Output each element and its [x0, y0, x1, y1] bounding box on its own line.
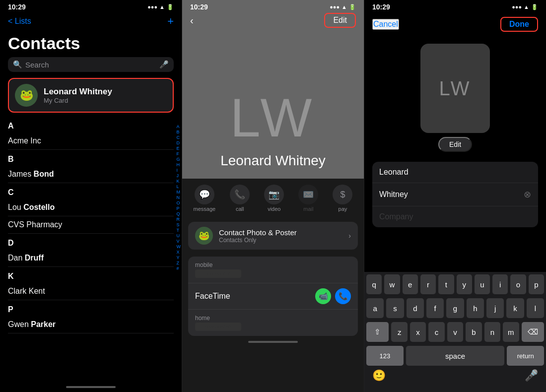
lists-back-button[interactable]: < Lists [8, 17, 31, 26]
key-j[interactable]: j [486, 298, 504, 318]
key-m[interactable]: m [503, 322, 519, 342]
clear-last-name-button[interactable]: ⊗ [524, 189, 531, 200]
key-z[interactable]: z [391, 322, 407, 342]
last-name-field[interactable]: ⊗ [372, 183, 538, 206]
time-3: 10:29 [372, 3, 390, 11]
contact-photo-poster[interactable]: 🐸 Contact Photo & Poster Contacts Only › [188, 222, 358, 250]
my-card-subtitle: My Card [44, 97, 112, 104]
company-field[interactable] [372, 206, 538, 227]
facetime-phone-icon[interactable]: 📞 [335, 288, 351, 304]
contact-hero: ‹ Edit LW Leonard Whitney [182, 0, 364, 179]
my-card[interactable]: 🐸 Leonard Whitney My Card [8, 78, 174, 113]
video-button[interactable]: 📷 video [264, 185, 284, 212]
status-bar-1: 10:29 ●●● ▲ 🔋 [0, 0, 182, 13]
first-name-field[interactable] [372, 162, 538, 183]
alpha-index: A B C D E F G H I J K L M N O P Q R S T … [177, 124, 181, 271]
key-d[interactable]: d [407, 298, 424, 318]
edit-photo-button[interactable]: Edit [438, 137, 472, 152]
home-indicator-1 [66, 386, 116, 388]
return-key[interactable]: return [507, 346, 544, 366]
message-button[interactable]: 💬 message [194, 185, 216, 212]
shift-key[interactable]: ⇧ [366, 322, 389, 342]
key-n[interactable]: n [484, 322, 500, 342]
key-s[interactable]: s [386, 298, 404, 318]
contacts-list: A Acme Inc B James Bond C Lou Costello C… [0, 117, 182, 384]
detail-nav: ‹ Edit [182, 13, 364, 28]
page-title: Contacts [0, 32, 182, 57]
cancel-button[interactable]: Cancel [372, 19, 399, 30]
mobile-section: mobile •••••••••• FaceTime 📹 📞 home ••••… [188, 257, 358, 336]
first-name-input[interactable] [379, 168, 531, 177]
key-b[interactable]: b [466, 322, 481, 342]
search-bar[interactable]: 🔍 Search 🎤 [8, 57, 174, 72]
key-h[interactable]: h [467, 298, 484, 318]
facetime-row[interactable]: FaceTime 📹 📞 [188, 283, 358, 310]
facetime-video-icon[interactable]: 📹 [315, 288, 331, 304]
key-o[interactable]: o [510, 274, 526, 294]
key-x[interactable]: x [410, 322, 426, 342]
edit-contact-button[interactable]: Edit [324, 13, 356, 28]
contacts-panel: 10:29 ●●● ▲ 🔋 < Lists + Contacts 🔍 Searc… [0, 0, 182, 392]
list-item[interactable]: Clark Kent [8, 283, 174, 300]
key-r[interactable]: r [420, 274, 436, 294]
key-a[interactable]: a [366, 298, 384, 318]
key-v[interactable]: v [447, 322, 463, 342]
emoji-icon[interactable]: 🙂 [372, 369, 386, 382]
my-card-info: Leonard Whitney My Card [44, 87, 112, 104]
mail-button[interactable]: ✉️ mail [298, 185, 318, 212]
key-f[interactable]: f [426, 298, 444, 318]
pay-button[interactable]: $ pay [333, 185, 352, 212]
battery-icon-2: 🔋 [349, 4, 356, 10]
key-p[interactable]: p [529, 274, 544, 294]
key-q[interactable]: q [366, 274, 382, 294]
detail-back-button[interactable]: ‹ [190, 15, 194, 26]
list-item[interactable]: Gwen Parker [8, 316, 174, 333]
key-c[interactable]: c [428, 322, 444, 342]
message-label: message [194, 206, 216, 212]
contact-name: James Bond [8, 170, 54, 179]
space-key[interactable]: space [406, 346, 505, 366]
list-item[interactable]: Acme Inc [8, 132, 174, 150]
mail-label: mail [303, 206, 313, 212]
message-icon: 💬 [195, 185, 214, 204]
keyboard-row-4: 123 space return [364, 343, 546, 367]
status-icons-3: ●●● ▲ 🔋 [512, 4, 538, 10]
call-button[interactable]: 📞 call [230, 185, 250, 212]
signal-icon-2: ●●● [330, 4, 340, 10]
key-e[interactable]: e [403, 274, 418, 294]
chevron-right-icon: › [348, 232, 351, 240]
facetime-label: FaceTime [195, 292, 230, 301]
hero-name: Leonard Whitney [220, 153, 326, 169]
company-input[interactable] [379, 212, 531, 221]
status-bar-3: 10:29 ●●● ▲ 🔋 [364, 0, 546, 13]
key-l[interactable]: l [527, 298, 544, 318]
key-w[interactable]: w [384, 274, 400, 294]
done-button[interactable]: Done [500, 17, 538, 32]
nav-bar-1: < Lists + [0, 13, 182, 32]
list-item[interactable]: CVS Pharmacy [8, 216, 174, 234]
add-contact-button[interactable]: + [167, 15, 174, 28]
key-i[interactable]: i [492, 274, 508, 294]
mobile-row[interactable]: mobile •••••••••• [188, 257, 358, 283]
list-item[interactable]: Dan Druff [8, 250, 174, 267]
list-item[interactable]: Lou Costello [8, 199, 174, 216]
key-u[interactable]: u [475, 274, 490, 294]
keyboard-row-1: q w e r t y u i o p [364, 272, 546, 296]
section-header-d: D [8, 234, 174, 250]
contact-photo-title: Contact Photo & Poster [219, 228, 297, 237]
battery-icon: 🔋 [167, 4, 174, 10]
home-row[interactable]: home •••••••••• [188, 310, 358, 336]
battery-icon-3: 🔋 [531, 4, 538, 10]
nums-key[interactable]: 123 [366, 346, 404, 366]
delete-key[interactable]: ⌫ [522, 322, 544, 342]
keyboard-mic-icon[interactable]: 🎤 [525, 369, 538, 382]
list-item[interactable]: James Bond [8, 166, 174, 183]
wifi-icon: ▲ [159, 4, 165, 10]
avatar-edit-area: LW Edit [364, 36, 546, 156]
last-name-input[interactable] [379, 190, 524, 199]
key-t[interactable]: t [438, 274, 454, 294]
home-label: home [195, 315, 351, 322]
key-y[interactable]: y [457, 274, 472, 294]
key-k[interactable]: k [506, 298, 524, 318]
key-g[interactable]: g [446, 298, 464, 318]
